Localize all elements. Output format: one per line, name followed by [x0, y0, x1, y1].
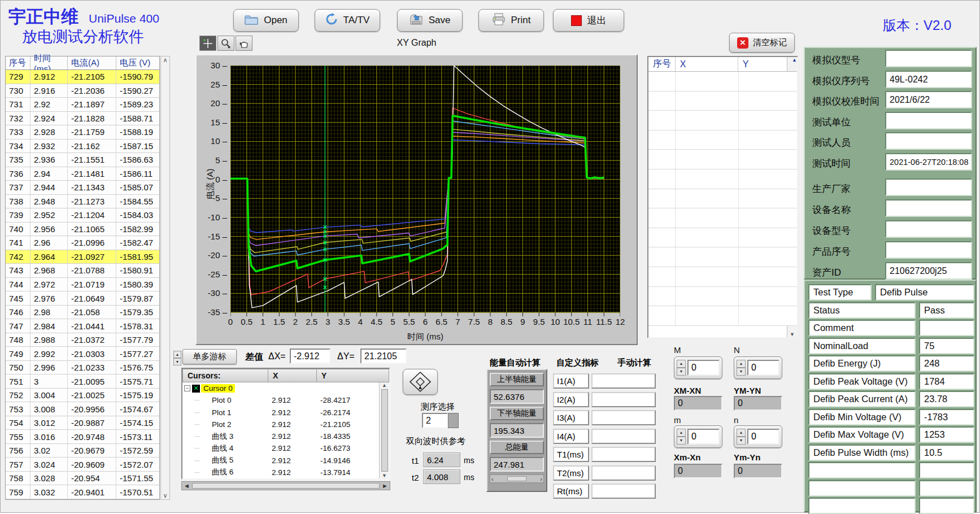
table-row[interactable]: 7523.004-21.0025-1575.19: [6, 389, 159, 403]
sequence-value[interactable]: 2: [422, 413, 448, 428]
spin-down-icon[interactable]: ▼: [737, 437, 746, 445]
spin-up-icon[interactable]: ▲: [677, 429, 686, 437]
cursor-plot-row[interactable]: ⋯Plot 12.912-26.2174: [182, 407, 379, 419]
table-row[interactable]: 7312.92-21.1897-1589.23: [6, 98, 159, 112]
cursor-plot-row[interactable]: ⋯曲线 62.912-13.7914: [182, 467, 379, 478]
tatv-button[interactable]: TA/TV: [315, 9, 380, 32]
table-row[interactable]: 7513-21.0095-1575.71: [6, 374, 159, 389]
m-spinner[interactable]: ▲▼0: [674, 425, 722, 448]
scroll-down-icon[interactable]: ∨: [163, 492, 167, 499]
dy-field[interactable]: 21.2105: [360, 349, 407, 364]
cursor-plot-row[interactable]: ⋯曲线 42.912-16.6273: [182, 442, 379, 454]
N-spinner[interactable]: ▲▼0: [734, 356, 782, 379]
clear-marks-button[interactable]: ✕ 清空标记: [729, 33, 795, 53]
dx-field[interactable]: -2.912: [290, 349, 330, 364]
table-row[interactable]: 7392.952-21.1204-1584.03: [6, 208, 159, 223]
scroll-right-icon[interactable]: ►: [382, 482, 390, 489]
info-field-value[interactable]: [885, 199, 972, 217]
table-row[interactable]: 7492.992-21.0303-1577.27: [6, 347, 159, 361]
spin-up-icon[interactable]: ▲: [737, 360, 746, 368]
result-value[interactable]: 1784: [919, 373, 974, 390]
cursor-plot-row[interactable]: ⋯曲线 32.912-18.4335: [182, 430, 379, 442]
scroll-up-icon[interactable]: ▲: [382, 382, 387, 388]
table-row[interactable]: 7452.976-21.0649-1579.87: [6, 291, 159, 306]
scroll-left-icon[interactable]: ◄: [182, 482, 190, 489]
data-table-scrollbar[interactable]: ∧ ∨: [160, 56, 170, 500]
table-row[interactable]: 7553.016-20.9748-1573.11: [6, 430, 159, 444]
result-value[interactable]: 248: [919, 355, 974, 372]
custom-field-value[interactable]: [591, 483, 656, 499]
table-row[interactable]: 7402.956-21.1065-1582.99: [6, 223, 159, 237]
cursor-mode-button[interactable]: 单多游标: [182, 349, 237, 364]
table-row[interactable]: 7362.94-21.1481-1586.11: [6, 167, 159, 181]
open-button[interactable]: Open: [233, 9, 299, 32]
scroll-down-icon[interactable]: ▼: [382, 473, 387, 478]
table-row[interactable]: 7422.964-21.0927-1581.95: [6, 250, 159, 264]
table-row[interactable]: 7292.912-21.2105-1590.79: [6, 70, 159, 84]
table-row[interactable]: 7332.928-21.1759-1588.19: [6, 125, 159, 140]
result-value[interactable]: -1783: [919, 409, 974, 425]
table-row[interactable]: 7412.96-21.0996-1582.47: [6, 236, 159, 250]
spin-down-icon[interactable]: ▼: [677, 437, 686, 445]
cursor-name[interactable]: Cursor 0: [201, 384, 235, 393]
table-row[interactable]: 7302.916-21.2036-1590.27: [6, 84, 159, 98]
info-field-value[interactable]: 210627200j25: [885, 262, 972, 280]
table-row[interactable]: 7563.02-20.9679-1572.59: [6, 444, 159, 458]
custom-field-value[interactable]: [591, 429, 656, 444]
table-row[interactable]: 7482.988-21.0372-1577.79: [6, 333, 159, 347]
table-row[interactable]: 7573.024-20.9609-1572.07: [6, 458, 159, 472]
info-field-value[interactable]: [885, 178, 972, 196]
table-row[interactable]: 7372.944-21.1343-1585.07: [6, 181, 159, 195]
table-row[interactable]: 7382.948-21.1273-1584.55: [6, 195, 159, 209]
info-field-value[interactable]: [885, 241, 972, 259]
table-row[interactable]: 7442.972-21.0719-1580.39: [6, 278, 159, 292]
custom-field-value[interactable]: [591, 392, 656, 407]
tree-collapse-icon[interactable]: −: [184, 385, 190, 391]
cursor-mode-spinner[interactable]: ▲▼: [173, 351, 181, 364]
info-field-value[interactable]: 49L-0242: [885, 71, 972, 88]
M-spinner[interactable]: ▲▼0: [674, 356, 722, 379]
spin-down-icon[interactable]: ▼: [737, 368, 746, 376]
table-row[interactable]: 7322.924-21.1828-1588.71: [6, 112, 159, 126]
table-row[interactable]: 7543.012-20.9887-1574.15: [6, 416, 159, 430]
info-field-value[interactable]: [885, 220, 972, 238]
energy-hscrollbar[interactable]: ‹›: [490, 474, 544, 483]
table-row[interactable]: 7342.932-21.162-1587.15: [6, 140, 159, 154]
custom-field-value[interactable]: [591, 447, 656, 462]
n-spinner[interactable]: ▲▼0: [734, 425, 782, 448]
result-value[interactable]: 23.78: [919, 391, 974, 407]
result-value[interactable]: [919, 320, 974, 336]
table-row[interactable]: 7462.98-21.058-1579.35: [6, 306, 159, 320]
info-field-value[interactable]: 2021/6/22: [885, 91, 972, 108]
save-button[interactable]: Save: [397, 9, 463, 32]
table-row[interactable]: 7583.028-20.954-1571.55: [6, 472, 159, 486]
result-value[interactable]: [919, 462, 974, 478]
spin-up-icon[interactable]: ▲: [737, 429, 746, 437]
cursor-plot-row[interactable]: ⋯Plot 22.912-21.2105: [182, 419, 379, 430]
spin-down-icon[interactable]: ▼: [677, 368, 686, 376]
result-value[interactable]: 75: [919, 338, 974, 354]
table-row[interactable]: 7352.936-21.1551-1586.63: [6, 153, 159, 167]
scrollbar-thumb[interactable]: [192, 483, 380, 489]
spin-up-icon[interactable]: ▲: [677, 360, 686, 368]
xy-graph-plot[interactable]: [230, 66, 620, 317]
cursor-plot-row[interactable]: ⋯曲线 52.912-14.9146: [182, 455, 379, 467]
result-value[interactable]: Defib Pulse: [875, 284, 974, 300]
result-value[interactable]: 1253: [919, 426, 974, 443]
custom-field-value[interactable]: [591, 410, 656, 425]
custom-field-value[interactable]: [591, 465, 656, 481]
scrollbar-thumb[interactable]: [381, 389, 388, 472]
info-field-value[interactable]: [885, 50, 972, 67]
scroll-up-icon[interactable]: ∧: [163, 56, 167, 64]
info-field-value[interactable]: [885, 132, 972, 150]
cursor-root-row[interactable]: −✕Cursor 0: [182, 382, 379, 394]
cursor-nav-button[interactable]: [403, 369, 438, 395]
table-row[interactable]: 7593.032-20.9401-1570.51: [6, 485, 159, 499]
cursor-plot-row[interactable]: ⋯Plot 02.912-28.4217: [182, 394, 379, 406]
custom-field-value[interactable]: [591, 373, 656, 389]
scroll-up-icon[interactable]: ▲: [792, 57, 797, 63]
result-value[interactable]: [919, 480, 974, 496]
table-row[interactable]: 7432.968-21.0788-1580.91: [6, 264, 159, 278]
sequence-stepper[interactable]: [448, 413, 459, 428]
result-value[interactable]: 10.5: [919, 445, 974, 461]
